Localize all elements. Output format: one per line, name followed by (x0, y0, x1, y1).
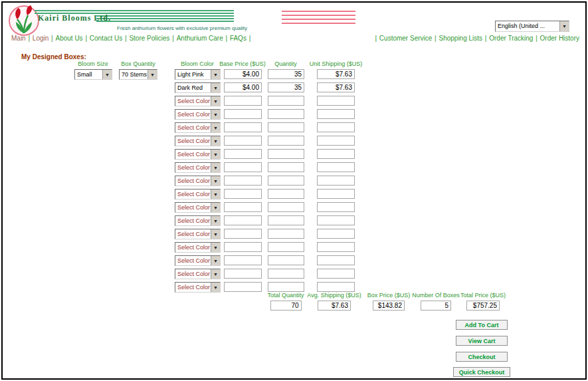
bloom-color-select[interactable]: Select Color▼ (175, 162, 221, 173)
chevron-down-icon[interactable]: ▼ (559, 21, 569, 31)
quantity-input[interactable] (268, 202, 304, 212)
base-price-input[interactable] (224, 229, 262, 239)
quantity-input[interactable] (268, 96, 304, 106)
bloom-color-select[interactable]: Select Color▼ (175, 122, 221, 133)
chevron-down-icon[interactable]: ▼ (211, 229, 220, 239)
quantity-input[interactable] (268, 69, 304, 79)
bloom-color-select[interactable]: Dark Red▼ (175, 82, 221, 93)
base-price-input[interactable] (224, 136, 262, 146)
base-price-input[interactable] (224, 215, 262, 225)
bloom-color-select[interactable]: Select Color▼ (175, 109, 221, 120)
chevron-down-icon[interactable]: ▼ (211, 216, 220, 225)
bloom-color-select[interactable]: Select Color▼ (175, 202, 221, 213)
chevron-down-icon[interactable]: ▼ (211, 163, 220, 172)
unit-shipping-input[interactable] (317, 109, 355, 119)
base-price-input[interactable] (224, 162, 262, 172)
unit-shipping-input[interactable] (317, 149, 355, 159)
bloom-color-select[interactable]: Select Color▼ (175, 96, 221, 106)
bloom-color-select[interactable]: Select Color▼ (175, 149, 221, 160)
total-quantity-input[interactable] (270, 301, 302, 311)
view-cart-button[interactable]: View Cart (456, 336, 508, 346)
bloom-color-select[interactable]: Select Color▼ (175, 242, 221, 253)
chevron-down-icon[interactable]: ▼ (211, 110, 220, 119)
quantity-input[interactable] (268, 229, 304, 239)
chevron-down-icon[interactable]: ▼ (211, 136, 220, 146)
unit-shipping-input[interactable] (317, 96, 355, 106)
bloom-color-select[interactable]: Select Color▼ (175, 136, 221, 146)
unit-shipping-input[interactable] (317, 282, 355, 292)
nav-link-shopping-lists[interactable]: Shopping Lists (439, 35, 482, 42)
quantity-input[interactable] (268, 136, 304, 146)
quantity-input[interactable] (268, 176, 304, 186)
nav-link-contact-us[interactable]: Contact Us (90, 35, 122, 42)
nav-link-anthurium-care[interactable]: Anthurium Care (177, 35, 223, 42)
base-price-input[interactable] (224, 189, 262, 199)
nav-link-store-policies[interactable]: Store Policies (129, 35, 169, 42)
base-price-input[interactable] (224, 69, 262, 79)
bloom-color-select[interactable]: Select Color▼ (175, 255, 221, 266)
chevron-down-icon[interactable]: ▼ (211, 83, 220, 92)
quantity-input[interactable] (268, 269, 304, 279)
quick-checkout-button[interactable]: Quick Checkout (453, 367, 510, 377)
quantity-input[interactable] (268, 282, 304, 292)
quantity-input[interactable] (268, 162, 304, 172)
chevron-down-icon[interactable]: ▼ (211, 70, 220, 79)
base-price-input[interactable] (224, 242, 262, 252)
quantity-input[interactable] (268, 109, 304, 119)
chevron-down-icon[interactable]: ▼ (211, 243, 220, 252)
base-price-input[interactable] (224, 109, 262, 119)
nav-link-login[interactable]: Login (33, 35, 49, 42)
bloom-color-select[interactable]: Select Color▼ (175, 189, 221, 199)
base-price-input[interactable] (224, 122, 262, 132)
nav-link-main[interactable]: Main (11, 35, 26, 42)
chevron-down-icon[interactable]: ▼ (211, 203, 220, 212)
bloom-color-select[interactable]: Select Color▼ (175, 282, 221, 293)
chevron-down-icon[interactable]: ▼ (211, 283, 220, 292)
chevron-down-icon[interactable]: ▼ (211, 150, 220, 159)
number-of-boxes-input[interactable] (421, 301, 451, 311)
nav-link-about-us[interactable]: About Us (55, 35, 82, 42)
base-price-input[interactable] (224, 202, 262, 212)
bloom-color-select[interactable]: Select Color▼ (175, 215, 221, 226)
chevron-down-icon[interactable]: ▼ (211, 269, 220, 279)
unit-shipping-input[interactable] (317, 176, 355, 186)
checkout-button[interactable]: Checkout (456, 352, 508, 362)
quantity-input[interactable] (268, 189, 304, 199)
nav-link-customer-service[interactable]: Customer Service (379, 35, 432, 42)
base-price-input[interactable] (224, 269, 262, 279)
avg-shipping-us-input[interactable] (318, 301, 351, 311)
box-price-us-input[interactable] (373, 301, 405, 311)
quantity-input[interactable] (268, 242, 304, 252)
chevron-down-icon[interactable]: ▼ (211, 190, 220, 199)
unit-shipping-input[interactable] (317, 122, 355, 132)
base-price-input[interactable] (224, 82, 262, 92)
unit-shipping-input[interactable] (317, 136, 355, 146)
nav-link-order-history[interactable]: Order History (540, 35, 579, 42)
base-price-input[interactable] (224, 255, 262, 265)
unit-shipping-input[interactable] (317, 69, 355, 79)
base-price-input[interactable] (224, 149, 262, 159)
bloom-color-select[interactable]: Select Color▼ (175, 229, 221, 239)
language-select[interactable]: English (United ... ▼ (495, 21, 569, 32)
base-price-input[interactable] (224, 176, 262, 186)
quantity-input[interactable] (268, 122, 304, 132)
quantity-input[interactable] (268, 149, 304, 159)
nav-link-faqs[interactable]: FAQs (230, 35, 246, 42)
base-price-input[interactable] (224, 96, 262, 106)
chevron-down-icon[interactable]: ▼ (211, 96, 220, 106)
unit-shipping-input[interactable] (317, 82, 355, 92)
unit-shipping-input[interactable] (317, 215, 355, 225)
quantity-input[interactable] (268, 255, 304, 265)
chevron-down-icon[interactable]: ▼ (211, 176, 220, 186)
bloom-color-select[interactable]: Light Pink▼ (175, 69, 221, 80)
quantity-input[interactable] (268, 215, 304, 225)
bloom-color-select[interactable]: Select Color▼ (175, 176, 221, 186)
unit-shipping-input[interactable] (317, 202, 355, 212)
unit-shipping-input[interactable] (317, 189, 355, 199)
chevron-down-icon[interactable]: ▼ (211, 256, 220, 265)
unit-shipping-input[interactable] (317, 229, 355, 239)
add-to-cart-button[interactable]: Add To Cart (456, 320, 508, 330)
unit-shipping-input[interactable] (317, 255, 355, 265)
base-price-input[interactable] (224, 282, 262, 292)
total-price-us-input[interactable] (466, 301, 500, 311)
